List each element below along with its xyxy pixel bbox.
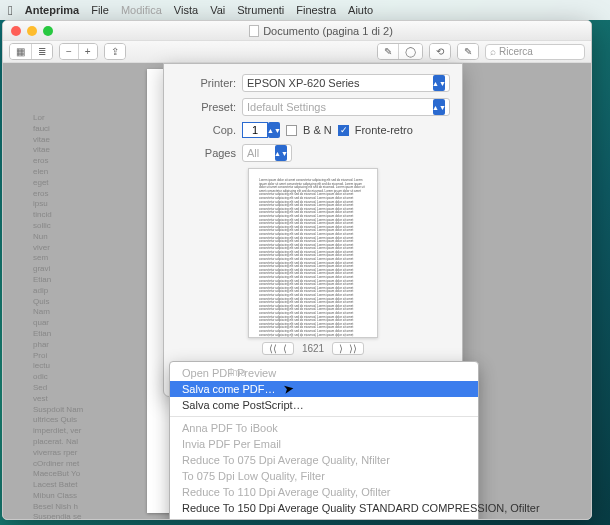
printer-select[interactable]: EPSON XP-620 Series ▲▼ xyxy=(242,74,450,92)
rotate-button[interactable]: ⟲ xyxy=(429,43,451,60)
menu-view[interactable]: Vista xyxy=(174,4,198,16)
pdf-menu-item[interactable]: Reduce To 300 Dpi Average Quality, Nfilt… xyxy=(170,516,478,520)
pdf-menu-item[interactable]: Salva come PostScript… xyxy=(170,397,478,413)
copies-input[interactable] xyxy=(242,122,268,138)
select-arrows-icon: ▲▼ xyxy=(433,75,445,91)
preview-window: Documento (pagina 1 di 2) ▦≣ −+ ⇪ ✎◯ ⟲ ✎… xyxy=(2,20,592,520)
pdf-menu-item[interactable]: Reduce To 150 Dpi Average Quality STANDA… xyxy=(170,500,478,516)
preview-pager: ⟨⟨ ⟨ 1621 ⟩ ⟩⟩ xyxy=(176,342,450,355)
menu-help[interactable]: Aiuto xyxy=(348,4,373,16)
window-title: Documento (pagina 1 di 2) xyxy=(263,25,393,37)
share-button[interactable]: ⇪ xyxy=(104,43,126,60)
preset-select[interactable]: Idefault Settings ▲▼ xyxy=(242,98,450,116)
menu-window[interactable]: Finestra xyxy=(296,4,336,16)
stepper-arrows-icon[interactable]: ▲▼ xyxy=(268,122,280,138)
background-text: Lorfaucivitaevitaeeroselenegeterosipsuti… xyxy=(33,113,163,520)
bn-checkbox[interactable] xyxy=(286,125,297,136)
view-mode-segment[interactable]: ▦≣ xyxy=(9,43,53,60)
pdf-menu-item[interactable]: To 075 Dpi Low Quality, Filter xyxy=(170,468,478,484)
menu-tools[interactable]: Strumenti xyxy=(237,4,284,16)
search-icon: ⌕ xyxy=(490,46,496,57)
fronte-retro-label: Fronte-retro xyxy=(355,124,413,136)
pdf-menu-item[interactable]: Reduce To 110 Dpi Average Quality, Ofilt… xyxy=(170,484,478,500)
zoom-button[interactable] xyxy=(43,26,53,36)
select-arrows-icon: ▲▼ xyxy=(433,99,445,115)
fronte-retro-checkbox[interactable] xyxy=(338,125,349,136)
pdf-menu-item[interactable]: Invia PDF Per Email xyxy=(170,436,478,452)
select-arrows-icon: ▲▼ xyxy=(275,145,287,161)
pdf-menu-item[interactable]: Reduce To 075 Dpi Average Quality, Nfilt… xyxy=(170,452,478,468)
print-dialog: Printer: EPSON XP-620 Series ▲▼ Preset: … xyxy=(163,63,463,397)
edit-button[interactable]: ✎ xyxy=(457,43,479,60)
titlebar: Documento (pagina 1 di 2) xyxy=(3,21,591,41)
app-name[interactable]: Anteprima xyxy=(25,4,79,16)
next-page-button[interactable]: ⟩ ⟩⟩ xyxy=(332,342,364,355)
apple-menu[interactable]:  xyxy=(8,3,13,18)
markup-segment[interactable]: ✎◯ xyxy=(377,43,423,60)
zoom-segment[interactable]: −+ xyxy=(59,43,98,60)
pdf-menu-item[interactable]: Salva come PDF… xyxy=(170,381,478,397)
pdf-menu: Open PDF PreviewimaSalva come PDF…Salva … xyxy=(169,361,479,520)
close-button[interactable] xyxy=(11,26,21,36)
document-icon xyxy=(249,25,259,37)
pages-label: Pages xyxy=(176,147,236,159)
bn-label: B & N xyxy=(303,124,332,136)
copies-label: Cop. xyxy=(176,124,236,136)
page-indicator: 1621 xyxy=(302,343,324,354)
menu-go[interactable]: Vai xyxy=(210,4,225,16)
pages-select[interactable]: All ▲▼ xyxy=(242,144,292,162)
search-field[interactable]: ⌕Ricerca xyxy=(485,44,585,60)
printer-label: Printer: xyxy=(176,77,236,89)
pdf-menu-item[interactable]: Open PDF Previewima xyxy=(170,365,478,381)
menu-edit[interactable]: Modifica xyxy=(121,4,162,16)
toolbar: ▦≣ −+ ⇪ ✎◯ ⟲ ✎ ⌕Ricerca xyxy=(3,41,591,63)
macos-menubar:  Anteprima File Modifica Vista Vai Stru… xyxy=(0,0,610,20)
minimize-button[interactable] xyxy=(27,26,37,36)
document-area: Lorfaucivitaevitaeeroselenegeterosipsuti… xyxy=(3,63,591,519)
prev-page-button[interactable]: ⟨⟨ ⟨ xyxy=(262,342,294,355)
preset-label: Preset: xyxy=(176,101,236,113)
print-preview-thumbnail: Lorem ipsum dolor sit amet consectetur a… xyxy=(248,168,378,338)
menu-file[interactable]: File xyxy=(91,4,109,16)
copies-stepper[interactable]: ▲▼ xyxy=(242,122,280,138)
pdf-menu-item[interactable]: Anna PDF To iBook xyxy=(170,420,478,436)
